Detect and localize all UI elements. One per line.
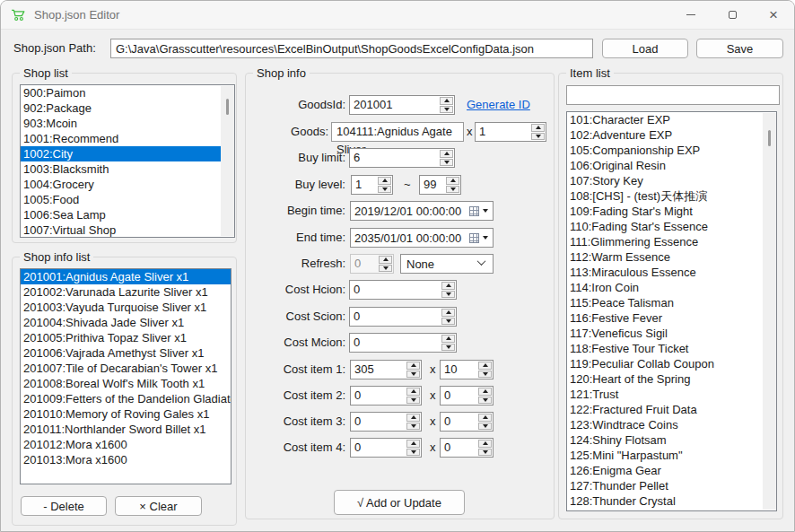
buy-limit-spinner[interactable]: 6 (349, 148, 455, 168)
item-list-item[interactable]: 109:Fading Star's Might (567, 204, 776, 219)
spin-down-button[interactable] (441, 344, 455, 352)
cost-item-count-spinner[interactable]: 0 (440, 438, 494, 458)
item-list-item[interactable]: 126:Enigma Gear (567, 463, 776, 478)
scrollbar-thumb[interactable] (768, 130, 771, 146)
shop-list-item[interactable]: 1004:Grocery (21, 177, 234, 192)
item-list-item[interactable]: 107:Story Key (567, 173, 776, 188)
cost-item-count-spinner[interactable]: 0 (440, 412, 494, 432)
spin-down-button[interactable] (406, 423, 420, 431)
delete-button[interactable]: - Delete (21, 496, 107, 516)
spin-down-button[interactable] (441, 318, 455, 326)
begin-time-picker[interactable]: 2019/12/01 00:00:00 (350, 201, 494, 221)
cost-mcion-spinner[interactable]: 0 (349, 333, 457, 353)
cost-item-count-spinner[interactable]: 10 (440, 360, 494, 379)
spin-up-button[interactable] (440, 97, 453, 105)
spin-down-button[interactable] (406, 397, 420, 405)
spin-up-button[interactable] (441, 282, 455, 290)
item-list-item[interactable]: 105:Companionship EXP (567, 143, 776, 158)
shop-list-item[interactable]: 900:Paimon (21, 85, 234, 100)
spin-down-button[interactable] (531, 133, 545, 141)
item-list-item[interactable]: 101:Character EXP (567, 112, 776, 127)
shop-info-list-item[interactable]: 201007:Tile of Decarabian's Tower x1 (21, 361, 231, 376)
spin-up-button[interactable] (378, 177, 391, 185)
shop-list-item[interactable]: 903:Mcoin (21, 116, 234, 131)
shop-info-list-item[interactable]: 201011:Northlander Sword Billet x1 (21, 422, 231, 437)
spin-down-button[interactable] (440, 106, 453, 114)
shop-info-list-item[interactable]: 201013:Mora x1600 (21, 452, 231, 467)
shop-list-item[interactable]: 1001:Recommend (21, 131, 234, 146)
spin-up-button[interactable] (406, 414, 420, 422)
item-list-item[interactable]: 127:Thunder Pellet (567, 478, 776, 493)
spin-down-button[interactable] (478, 371, 492, 379)
shop-list-item[interactable]: 902:Package (21, 100, 234, 116)
item-list-item[interactable]: 121:Trust (567, 387, 776, 402)
shop-info-list-item[interactable]: 201001:Agnidus Agate Sliver x1 (21, 269, 231, 284)
refresh-mode-dropdown[interactable]: None (400, 254, 494, 274)
shop-info-list-item[interactable]: 201002:Varunada Lazurite Sliver x1 (21, 284, 231, 300)
spin-up-button[interactable] (478, 362, 492, 370)
spin-up-button[interactable] (478, 440, 492, 448)
item-list-item[interactable]: 124:Shiny Flotsam (567, 432, 776, 448)
spin-down-button[interactable] (440, 159, 453, 167)
spin-up-button[interactable] (531, 124, 545, 132)
close-button[interactable]: × (753, 1, 794, 30)
item-list-item[interactable]: 123:Windtrace Coins (567, 417, 776, 432)
spin-up-button[interactable] (441, 335, 455, 343)
shop-list-item[interactable]: 1005:Food (21, 192, 234, 207)
generate-id-link[interactable]: Generate ID (467, 95, 530, 115)
shop-info-list-item[interactable]: 201008:Boreal Wolf's Milk Tooth x1 (21, 376, 231, 391)
shop-info-list-item[interactable]: 201006:Vajrada Amethyst Sliver x1 (21, 345, 231, 361)
shop-info-list-item[interactable]: 201012:Mora x1600 (21, 437, 231, 452)
save-button[interactable]: Save (696, 39, 783, 58)
cost-item-id-spinner[interactable]: 0 (350, 412, 422, 432)
shop-info-list-item[interactable]: 201004:Shivada Jade Sliver x1 (21, 315, 231, 330)
item-list-item[interactable]: 116:Festive Fever (567, 310, 776, 326)
cost-item-id-spinner[interactable]: 0 (350, 386, 422, 406)
item-list-item[interactable]: 110:Fading Star's Essence (567, 219, 776, 234)
maximize-button[interactable] (712, 1, 753, 30)
spin-down-button[interactable] (478, 397, 492, 405)
item-list-item[interactable]: 108:[CHS] - (test)天体推演 (567, 188, 776, 204)
item-list-item[interactable]: 106:Original Resin (567, 158, 776, 173)
spin-up-button[interactable] (406, 440, 420, 448)
spin-up-button[interactable] (478, 388, 492, 396)
shop-info-listbox[interactable]: 201001:Agnidus Agate Sliver x1201002:Var… (20, 268, 232, 484)
item-list-item[interactable]: 128:Thunder Crystal (567, 493, 776, 509)
spin-down-button[interactable] (478, 423, 492, 431)
shop-info-list-item[interactable]: 201003:Vayuda Turquoise Sliver x1 (21, 300, 231, 315)
spin-down-button[interactable] (406, 449, 420, 457)
item-listbox[interactable]: 101:Character EXP102:Adventure EXP105:Co… (566, 111, 777, 511)
cost-scion-spinner[interactable]: 0 (349, 307, 457, 327)
item-search-input[interactable] (566, 85, 780, 105)
calendar-dropdown-button[interactable] (469, 233, 493, 243)
item-list-item[interactable]: 115:Peace Talisman (567, 295, 776, 310)
shop-info-list-item[interactable]: 201009:Fetters of the Dandelion Gladiato… (21, 391, 231, 406)
goods-input[interactable]: 104111:Agnidus Agate Sliver (331, 122, 464, 142)
cost-item-count-spinner[interactable]: 0 (440, 386, 494, 406)
shop-info-list-item[interactable]: 201005:Prithiva Topaz Sliver x1 (21, 330, 231, 345)
item-list-item[interactable]: 111:Glimmering Essence (567, 234, 776, 249)
shop-info-list-item[interactable]: 201010:Memory of Roving Gales x1 (21, 406, 231, 422)
item-list-item[interactable]: 113:Miraculous Essence (567, 265, 776, 280)
shop-list-scrollbar[interactable] (221, 86, 234, 236)
shop-list-item[interactable]: 1002:City (21, 146, 234, 161)
item-list-item[interactable]: 125:Mini "Harpastum" (567, 448, 776, 463)
spin-up-button[interactable] (440, 150, 453, 158)
spin-up-button[interactable] (406, 388, 420, 396)
shop-listbox[interactable]: 900:Paimon902:Package903:Mcoin1001:Recom… (20, 84, 235, 238)
clear-button[interactable]: × Clear (115, 496, 202, 516)
title-bar[interactable]: Shop.json Editor × (1, 1, 794, 30)
spin-up-button[interactable] (478, 414, 492, 422)
item-list-item[interactable]: 122:Fractured Fruit Data (567, 402, 776, 417)
spin-up-button[interactable] (441, 309, 455, 317)
item-list-item[interactable]: 119:Peculiar Collab Coupon (567, 356, 776, 371)
shop-list-item[interactable]: 1007:Virtual Shop (21, 222, 234, 238)
cost-item-id-spinner[interactable]: 305 (350, 360, 422, 379)
item-list-item[interactable]: 117:Veneficus Sigil (567, 326, 776, 341)
calendar-dropdown-button[interactable] (469, 206, 493, 216)
item-list-item[interactable]: 120:Heart of the Spring (567, 371, 776, 387)
spin-down-button[interactable] (478, 449, 492, 457)
scrollbar-thumb[interactable] (226, 99, 229, 115)
load-button[interactable]: Load (602, 39, 688, 58)
shop-list-item[interactable]: 1003:Blacksmith (21, 161, 234, 177)
